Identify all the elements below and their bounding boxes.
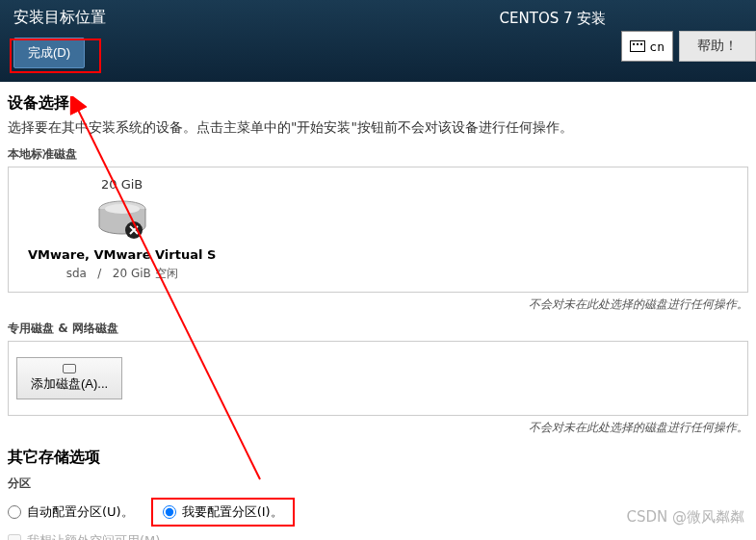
hard-disk-icon <box>93 195 151 242</box>
manual-partition-radio[interactable]: 我要配置分区(I)。 <box>151 498 295 527</box>
partition-label: 分区 <box>8 476 748 492</box>
special-disk-title: 专用磁盘 & 网络磁盘 <box>8 321 748 337</box>
add-disk-label: 添加磁盘(A)... <box>31 375 108 393</box>
disk-note-2: 不会对未在此处选择的磁盘进行任何操作。 <box>8 420 748 436</box>
storage-section-title: 其它存储选项 <box>8 448 748 468</box>
done-button[interactable]: 完成(D) <box>13 38 85 68</box>
lang-code: cn <box>649 39 665 54</box>
help-button[interactable]: 帮助！ <box>679 31 756 62</box>
auto-partition-radio[interactable]: 自动配置分区(U)。 <box>8 503 134 521</box>
disk-item[interactable]: 20 GiB VMware, VMware Virtual S sda / 20… <box>28 177 216 282</box>
extra-space-checkbox: 我想让额外空间可用(M)。 <box>8 532 748 540</box>
svg-point-1 <box>105 204 140 214</box>
header-bar: 安装目标位置 完成(D) CENTOS 7 安装 cn 帮助！ <box>0 0 756 82</box>
sd-card-icon <box>63 364 76 373</box>
auto-partition-input[interactable] <box>8 505 21 519</box>
add-disk-button[interactable]: 添加磁盘(A)... <box>16 357 122 399</box>
keyboard-layout-indicator[interactable]: cn <box>621 31 673 62</box>
extra-space-input <box>8 534 21 540</box>
manual-partition-input[interactable] <box>163 505 176 519</box>
disk-meta: sda / 20 GiB 空闲 <box>28 266 216 282</box>
local-disk-panel: 20 GiB VMware, VMware Virtual S sda / 20… <box>8 167 748 293</box>
disk-name: VMware, VMware Virtual S <box>28 247 216 262</box>
disk-size: 20 GiB <box>28 177 216 192</box>
partition-options: 自动配置分区(U)。 我要配置分区(I)。 <box>8 498 748 527</box>
disk-note-1: 不会对未在此处选择的磁盘进行任何操作。 <box>8 296 748 313</box>
local-disk-title: 本地标准磁盘 <box>8 146 748 163</box>
content-area: 设备选择 选择要在其中安装系统的设备。点击主菜单中的"开始安装"按钮前不会对该设… <box>0 93 756 540</box>
device-section-title: 设备选择 <box>8 93 748 114</box>
keyboard-icon <box>630 40 645 52</box>
distro-label: CENTOS 7 安装 <box>500 8 607 28</box>
device-section-desc: 选择要在其中安装系统的设备。点击主菜单中的"开始安装"按钮前不会对该设备进行任何… <box>8 119 748 137</box>
